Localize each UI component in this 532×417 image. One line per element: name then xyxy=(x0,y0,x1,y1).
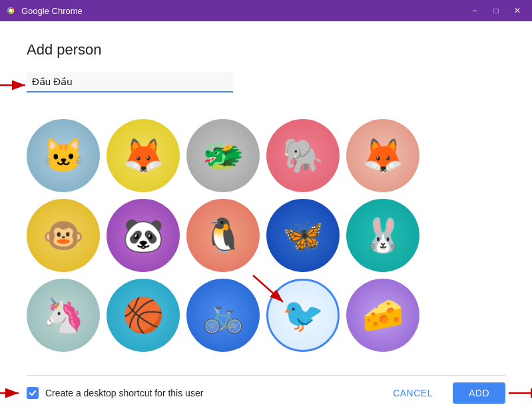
avatar-fox[interactable]: 🦊 xyxy=(107,119,180,192)
maximize-button[interactable]: □ xyxy=(487,3,505,18)
titlebar-left: Google Chrome xyxy=(5,5,83,16)
avatar-bird[interactable]: 🐦 xyxy=(266,279,340,352)
bottom-inner: Create a desktop shortcut for this user … xyxy=(27,382,505,404)
avatar-cheese[interactable]: 🧀 xyxy=(346,279,419,352)
titlebar-controls: − □ ✕ xyxy=(465,3,527,18)
name-input-wrapper xyxy=(27,72,233,92)
avatar-cat[interactable]: 🐱 xyxy=(27,119,100,192)
avatar-grid: 🐱🦊🐲🐘🦊🐵🐼🐧🦋🐰🦄🏀🚲🐦🧀 xyxy=(27,119,505,375)
avatar-bike[interactable]: 🚲 xyxy=(186,279,260,352)
avatar-horse[interactable]: 🦄 xyxy=(27,279,100,352)
avatar-monk[interactable]: 🐵 xyxy=(27,199,100,272)
titlebar: Google Chrome − □ ✕ xyxy=(0,0,532,21)
avatar-dragon[interactable]: 🐲 xyxy=(186,119,260,192)
avatar-rabbit[interactable]: 🐰 xyxy=(346,199,419,272)
add-button[interactable]: Add xyxy=(453,382,505,404)
cancel-button[interactable]: Cancel xyxy=(380,382,446,404)
checkbox-checkmark-icon xyxy=(29,389,37,397)
dialog: Add person 🐱🦊🐲🐘🦊🐵🐼🐧🦋🐰🦄🏀🚲🐦🧀 xyxy=(0,21,532,417)
avatar-elephant[interactable]: 🐘 xyxy=(266,119,340,192)
name-input-section xyxy=(27,72,505,106)
desktop-shortcut-checkbox[interactable] xyxy=(27,387,39,399)
button-section: Cancel Add xyxy=(380,382,505,404)
checkbox-section: Create a desktop shortcut for this user xyxy=(27,387,203,399)
checkbox-label: Create a desktop shortcut for this user xyxy=(45,388,203,398)
titlebar-title: Google Chrome xyxy=(21,6,83,16)
avatar-area: 🐱🦊🐲🐘🦊🐵🐼🐧🦋🐰🦄🏀🚲🐦🧀 xyxy=(27,119,505,375)
close-button[interactable]: ✕ xyxy=(508,3,527,18)
name-input[interactable] xyxy=(27,72,233,92)
name-arrow-indicator xyxy=(0,72,30,98)
svg-point-1 xyxy=(9,9,13,13)
minimize-button[interactable]: − xyxy=(465,3,484,18)
avatar-ball[interactable]: 🏀 xyxy=(107,279,180,352)
avatar-panda[interactable]: 🐼 xyxy=(107,199,180,272)
avatar-butterfly[interactable]: 🦋 xyxy=(266,199,340,272)
chrome-icon xyxy=(5,5,16,16)
dialog-title: Add person xyxy=(27,41,505,59)
avatar-fox2[interactable]: 🦊 xyxy=(346,119,419,192)
checkbox-arrow-indicator xyxy=(0,383,23,403)
add-arrow-indicator xyxy=(505,383,532,403)
bottom-section: Create a desktop shortcut for this user … xyxy=(27,375,505,404)
avatar-penguin[interactable]: 🐧 xyxy=(186,199,260,272)
